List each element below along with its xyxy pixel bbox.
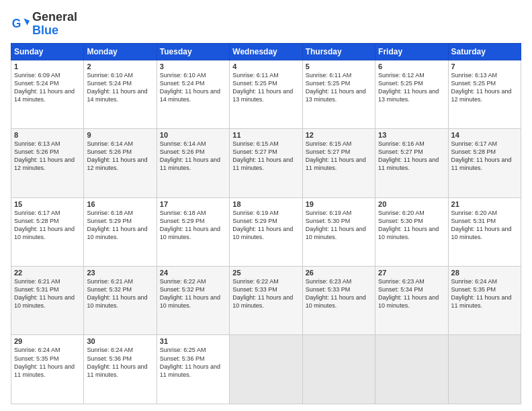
calendar-cell: 25Sunrise: 6:22 AMSunset: 5:33 PMDayligh…	[230, 267, 302, 335]
calendar-cell: 26Sunrise: 6:23 AMSunset: 5:33 PMDayligh…	[302, 267, 375, 335]
calendar-day-header: Friday	[375, 43, 448, 60]
day-number: 27	[378, 269, 445, 277]
logo-text: GeneralBlue	[32, 11, 77, 38]
day-number: 23	[87, 269, 153, 277]
day-info: Sunrise: 6:10 AMSunset: 5:24 PMDaylight:…	[87, 71, 153, 104]
day-number: 16	[87, 200, 153, 208]
day-info: Sunrise: 6:23 AMSunset: 5:33 PMDaylight:…	[306, 277, 372, 310]
calendar-cell: 24Sunrise: 6:22 AMSunset: 5:32 PMDayligh…	[157, 267, 229, 335]
day-info: Sunrise: 6:09 AMSunset: 5:24 PMDaylight:…	[14, 71, 81, 104]
logo: G GeneralBlue	[11, 11, 77, 38]
day-info: Sunrise: 6:21 AMSunset: 5:32 PMDaylight:…	[87, 277, 153, 310]
svg-marker-1	[24, 18, 30, 26]
day-number: 14	[451, 131, 518, 139]
calendar-cell	[375, 335, 448, 404]
calendar-cell: 31Sunrise: 6:25 AMSunset: 5:36 PMDayligh…	[157, 335, 229, 404]
calendar-cell: 21Sunrise: 6:20 AMSunset: 5:31 PMDayligh…	[448, 197, 521, 266]
day-number: 9	[87, 131, 153, 139]
day-info: Sunrise: 6:17 AMSunset: 5:28 PMDaylight:…	[451, 140, 518, 173]
day-number: 19	[306, 200, 372, 208]
calendar-cell: 6Sunrise: 6:12 AMSunset: 5:25 PMDaylight…	[375, 60, 448, 128]
day-info: Sunrise: 6:24 AMSunset: 5:36 PMDaylight:…	[87, 346, 153, 379]
logo-icon: G	[11, 15, 30, 34]
calendar-cell: 15Sunrise: 6:17 AMSunset: 5:28 PMDayligh…	[11, 197, 84, 266]
day-number: 15	[14, 200, 81, 208]
calendar-cell: 3Sunrise: 6:10 AMSunset: 5:24 PMDaylight…	[157, 60, 229, 128]
calendar-week-row: 22Sunrise: 6:21 AMSunset: 5:31 PMDayligh…	[11, 267, 521, 335]
calendar-week-row: 1Sunrise: 6:09 AMSunset: 5:24 PMDaylight…	[11, 60, 521, 128]
day-info: Sunrise: 6:21 AMSunset: 5:31 PMDaylight:…	[14, 277, 81, 310]
day-number: 1	[14, 62, 81, 71]
calendar-cell	[230, 335, 302, 404]
calendar-week-row: 15Sunrise: 6:17 AMSunset: 5:28 PMDayligh…	[11, 197, 521, 266]
day-number: 6	[378, 62, 445, 71]
calendar-week-row: 8Sunrise: 6:13 AMSunset: 5:26 PMDaylight…	[11, 129, 521, 197]
calendar-cell: 10Sunrise: 6:14 AMSunset: 5:26 PMDayligh…	[157, 129, 229, 197]
day-number: 28	[451, 269, 518, 277]
calendar-cell: 1Sunrise: 6:09 AMSunset: 5:24 PMDaylight…	[11, 60, 84, 128]
day-info: Sunrise: 6:11 AMSunset: 5:25 PMDaylight:…	[306, 71, 372, 104]
calendar-cell: 19Sunrise: 6:19 AMSunset: 5:30 PMDayligh…	[302, 197, 375, 266]
day-info: Sunrise: 6:14 AMSunset: 5:26 PMDaylight:…	[87, 140, 153, 173]
calendar-cell: 13Sunrise: 6:16 AMSunset: 5:27 PMDayligh…	[375, 129, 448, 197]
day-info: Sunrise: 6:22 AMSunset: 5:33 PMDaylight:…	[232, 277, 299, 310]
page: G GeneralBlue SundayMondayTuesdayWednesd…	[0, 0, 532, 411]
calendar-cell: 30Sunrise: 6:24 AMSunset: 5:36 PMDayligh…	[84, 335, 157, 404]
calendar-cell: 2Sunrise: 6:10 AMSunset: 5:24 PMDaylight…	[84, 60, 157, 128]
day-info: Sunrise: 6:15 AMSunset: 5:27 PMDaylight:…	[306, 140, 372, 173]
day-number: 29	[14, 337, 81, 345]
day-number: 20	[378, 200, 445, 208]
day-number: 24	[160, 269, 226, 277]
day-info: Sunrise: 6:20 AMSunset: 5:30 PMDaylight:…	[378, 209, 445, 242]
day-number: 3	[160, 62, 226, 71]
calendar-cell	[448, 335, 521, 404]
day-number: 26	[306, 269, 372, 277]
day-info: Sunrise: 6:23 AMSunset: 5:34 PMDaylight:…	[378, 277, 445, 310]
calendar-week-row: 29Sunrise: 6:24 AMSunset: 5:35 PMDayligh…	[11, 335, 521, 404]
calendar-cell: 16Sunrise: 6:18 AMSunset: 5:29 PMDayligh…	[84, 197, 157, 266]
calendar-cell: 14Sunrise: 6:17 AMSunset: 5:28 PMDayligh…	[448, 129, 521, 197]
day-number: 21	[451, 200, 518, 208]
day-number: 18	[232, 200, 299, 208]
day-number: 2	[87, 62, 153, 71]
day-info: Sunrise: 6:15 AMSunset: 5:27 PMDaylight:…	[232, 140, 299, 173]
calendar-day-header: Wednesday	[230, 43, 302, 60]
calendar-cell: 28Sunrise: 6:24 AMSunset: 5:35 PMDayligh…	[448, 267, 521, 335]
calendar-body: 1Sunrise: 6:09 AMSunset: 5:24 PMDaylight…	[11, 60, 521, 404]
day-number: 4	[232, 62, 299, 71]
day-info: Sunrise: 6:16 AMSunset: 5:27 PMDaylight:…	[378, 140, 445, 173]
day-number: 11	[232, 131, 299, 139]
day-info: Sunrise: 6:20 AMSunset: 5:31 PMDaylight:…	[451, 209, 518, 242]
calendar-cell: 20Sunrise: 6:20 AMSunset: 5:30 PMDayligh…	[375, 197, 448, 266]
day-info: Sunrise: 6:12 AMSunset: 5:25 PMDaylight:…	[378, 71, 445, 104]
day-info: Sunrise: 6:17 AMSunset: 5:28 PMDaylight:…	[14, 209, 81, 242]
day-info: Sunrise: 6:13 AMSunset: 5:25 PMDaylight:…	[451, 71, 518, 104]
calendar-cell: 29Sunrise: 6:24 AMSunset: 5:35 PMDayligh…	[11, 335, 84, 404]
header: G GeneralBlue	[11, 11, 521, 38]
calendar-cell: 7Sunrise: 6:13 AMSunset: 5:25 PMDaylight…	[448, 60, 521, 128]
day-info: Sunrise: 6:10 AMSunset: 5:24 PMDaylight:…	[160, 71, 226, 104]
day-number: 5	[306, 62, 372, 71]
day-info: Sunrise: 6:24 AMSunset: 5:35 PMDaylight:…	[14, 346, 81, 379]
day-info: Sunrise: 6:19 AMSunset: 5:29 PMDaylight:…	[232, 209, 299, 242]
calendar-cell: 11Sunrise: 6:15 AMSunset: 5:27 PMDayligh…	[230, 129, 302, 197]
day-info: Sunrise: 6:18 AMSunset: 5:29 PMDaylight:…	[87, 209, 153, 242]
day-number: 22	[14, 269, 81, 277]
calendar-day-header: Monday	[84, 43, 157, 60]
day-number: 30	[87, 337, 153, 345]
calendar-cell	[302, 335, 375, 404]
calendar-day-header: Saturday	[448, 43, 521, 60]
calendar-day-header: Sunday	[11, 43, 84, 60]
day-info: Sunrise: 6:11 AMSunset: 5:25 PMDaylight:…	[232, 71, 299, 104]
calendar: SundayMondayTuesdayWednesdayThursdayFrid…	[11, 43, 521, 404]
day-info: Sunrise: 6:19 AMSunset: 5:30 PMDaylight:…	[306, 209, 372, 242]
calendar-cell: 18Sunrise: 6:19 AMSunset: 5:29 PMDayligh…	[230, 197, 302, 266]
day-info: Sunrise: 6:13 AMSunset: 5:26 PMDaylight:…	[14, 140, 81, 173]
day-number: 17	[160, 200, 226, 208]
day-number: 7	[451, 62, 518, 71]
svg-text:G: G	[12, 17, 21, 30]
day-info: Sunrise: 6:14 AMSunset: 5:26 PMDaylight:…	[160, 140, 226, 173]
calendar-cell: 22Sunrise: 6:21 AMSunset: 5:31 PMDayligh…	[11, 267, 84, 335]
calendar-cell: 5Sunrise: 6:11 AMSunset: 5:25 PMDaylight…	[302, 60, 375, 128]
day-number: 31	[160, 337, 226, 345]
